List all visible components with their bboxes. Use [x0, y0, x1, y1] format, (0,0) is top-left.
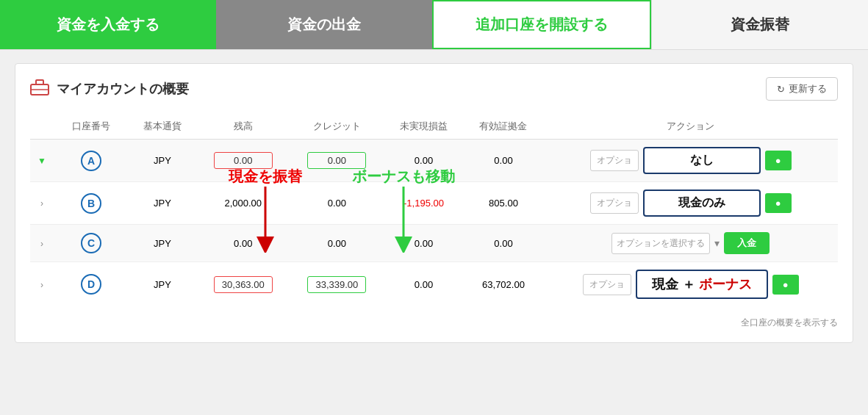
- col-action: アクション: [543, 114, 838, 140]
- row-a-equity: 0.00: [464, 140, 544, 182]
- main-content: マイアカウントの概要 ↻ 更新する 口座番号 基本通貨 残高 クレジット 未実現…: [0, 50, 868, 415]
- row-a-credit: 0.00: [307, 152, 366, 169]
- row-c-option-btn[interactable]: オプションを選択する: [611, 233, 710, 254]
- row-c-deposit-btn[interactable]: 入金: [724, 232, 770, 254]
- row-a-currency: JPY: [129, 140, 196, 182]
- row-d-action-label: 現金 ＋ ボーナス: [636, 270, 768, 299]
- table-container: 口座番号 基本通貨 残高 クレジット 未実現損益 有効証拠金 アクション ▼: [30, 114, 838, 306]
- table-body: ▼ A JPY 0.00 0.00 0.00 0.00: [30, 140, 838, 307]
- row-b-chevron[interactable]: ›: [30, 182, 54, 225]
- card-title: マイアカウントの概要: [30, 79, 189, 99]
- row-a-action-label: なし: [643, 147, 761, 174]
- refresh-label: 更新する: [789, 82, 827, 95]
- row-a-action: オプショ なし ●: [550, 147, 831, 174]
- col-account: 口座番号: [54, 114, 129, 140]
- row-c-unrealized: 0.00: [384, 225, 464, 262]
- row-c-equity: 0.00: [464, 225, 544, 262]
- row-a-badge: A: [81, 151, 101, 171]
- row-b-badge: B: [81, 193, 101, 214]
- row-c-currency: JPY: [129, 225, 196, 262]
- card-header: マイアカウントの概要 ↻ 更新する: [30, 77, 838, 101]
- svg-rect-1: [36, 80, 43, 84]
- col-unrealized: 未実現損益: [384, 114, 464, 140]
- row-d-currency: JPY: [129, 262, 196, 307]
- row-a-green-btn[interactable]: ●: [765, 151, 792, 170]
- table-row: › C JPY 0.00 0.00 0.00 0.00: [30, 225, 838, 262]
- row-c-badge: C: [81, 233, 101, 253]
- row-b-currency: JPY: [129, 182, 196, 225]
- row-a-balance: 0.00: [214, 152, 273, 169]
- col-balance: 残高: [196, 114, 290, 140]
- row-d-chevron[interactable]: ›: [30, 262, 54, 307]
- row-b-green-btn[interactable]: ●: [765, 193, 792, 213]
- row-b-equity: 805.00: [464, 182, 544, 225]
- card-title-text: マイアカウントの概要: [57, 80, 189, 98]
- row-b-unrealized: -1,195.00: [384, 182, 464, 225]
- open-account-button[interactable]: 追加口座を開設する: [432, 0, 651, 49]
- refresh-button[interactable]: ↻ 更新する: [766, 77, 838, 101]
- refresh-icon: ↻: [777, 84, 785, 95]
- top-navigation: 資金を入金する 資金の出金 追加口座を開設する 資金振替: [0, 0, 868, 50]
- row-b-action: オプショ 現金のみ ●: [550, 190, 831, 217]
- row-b-credit: 0.00: [328, 198, 346, 209]
- row-d-option-btn[interactable]: オプショ: [583, 274, 631, 295]
- row-c-action: オプションを選択する ▾ 入金: [550, 232, 831, 254]
- row-a-option-btn[interactable]: オプショ: [590, 150, 639, 171]
- row-c-chevron[interactable]: ›: [30, 225, 54, 262]
- col-equity: 有効証拠金: [464, 114, 544, 140]
- row-b-action-label: 現金のみ: [643, 190, 761, 217]
- table-row: › B JPY 2,000.00 0.00 -1,195.00 805.00: [30, 182, 838, 225]
- row-a-chevron[interactable]: ▼: [30, 140, 54, 182]
- fund-transfer-button[interactable]: 資金振替: [651, 0, 868, 49]
- briefcase-icon: [30, 79, 49, 99]
- col-credit: クレジット: [290, 114, 384, 140]
- card-footer: 全口座の概要を表示する: [30, 314, 838, 329]
- row-d-badge: D: [81, 274, 101, 295]
- table-row: › D JPY 30,363.00 33,339.00 0.00 63,702.…: [30, 262, 838, 307]
- row-a-unrealized: 0.00: [384, 140, 464, 182]
- account-summary-card: マイアカウントの概要 ↻ 更新する 口座番号 基本通貨 残高 クレジット 未実現…: [15, 63, 853, 343]
- col-currency: 基本通貨: [129, 114, 196, 140]
- deposit-button[interactable]: 資金を入金する: [0, 0, 216, 49]
- row-d-unrealized: 0.00: [384, 262, 464, 307]
- footer-link[interactable]: 全口座の概要を表示する: [741, 317, 838, 328]
- row-d-green-btn[interactable]: ●: [772, 275, 799, 295]
- account-table: 口座番号 基本通貨 残高 クレジット 未実現損益 有効証拠金 アクション ▼: [30, 114, 838, 306]
- table-header: 口座番号 基本通貨 残高 クレジット 未実現損益 有効証拠金 アクション: [30, 114, 838, 140]
- row-d-action: オプショ 現金 ＋ ボーナス ●: [550, 270, 831, 299]
- row-b-balance: 2,000.00: [224, 198, 262, 209]
- row-b-option-btn[interactable]: オプショ: [590, 192, 639, 214]
- withdrawal-button[interactable]: 資金の出金: [216, 0, 432, 49]
- table-row: ▼ A JPY 0.00 0.00 0.00 0.00: [30, 140, 838, 182]
- row-d-equity: 63,702.00: [464, 262, 544, 307]
- row-d-credit: 33,339.00: [307, 276, 366, 293]
- row-c-credit: 0.00: [328, 238, 346, 249]
- row-d-balance: 30,363.00: [214, 276, 273, 293]
- row-c-balance: 0.00: [234, 238, 252, 249]
